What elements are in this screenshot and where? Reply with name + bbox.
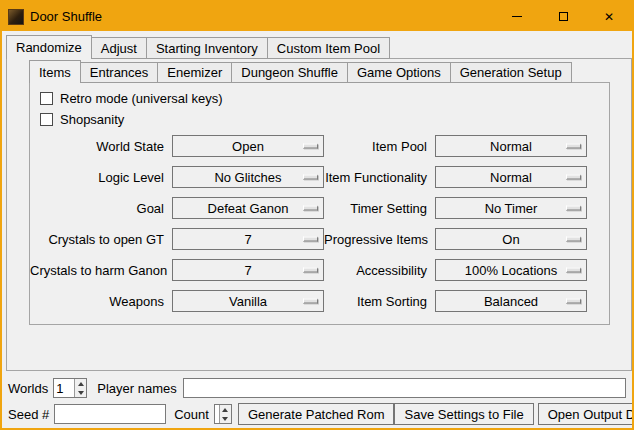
bottom-row-2: Seed # Count Generate Patched Rom Save S…: [8, 403, 626, 425]
worlds-spin-down-button[interactable]: [75, 388, 86, 397]
option-grid: World State Open Item Pool Normal Logic …: [30, 135, 609, 312]
open-output-directory-button[interactable]: Open Output Directory: [538, 403, 634, 425]
app-window: Door Shuffle ✕ Randomize Adjust Starting…: [0, 0, 634, 430]
item-functionality-dropdown[interactable]: Normal: [435, 166, 587, 188]
save-settings-button[interactable]: Save Settings to File: [394, 403, 533, 425]
dropdown-indicator-icon: [303, 237, 318, 242]
timer-setting-dropdown[interactable]: No Timer: [435, 197, 587, 219]
shopsanity-row: Shopsanity: [40, 109, 609, 130]
goal-dropdown[interactable]: Defeat Ganon: [172, 197, 324, 219]
app-icon: [8, 9, 24, 25]
progressive-items-dropdown[interactable]: On: [435, 228, 587, 250]
weapons-dropdown[interactable]: Vanilla: [172, 290, 324, 312]
seed-input[interactable]: [54, 404, 166, 424]
dropdown-value: Balanced: [484, 294, 538, 309]
close-icon: ✕: [604, 11, 614, 23]
count-spinbox: [214, 404, 232, 424]
option-label: Timer Setting: [324, 201, 427, 216]
dropdown-value: Defeat Ganon: [208, 201, 289, 216]
dropdown-indicator-icon: [303, 206, 318, 211]
count-spin-down-button[interactable]: [220, 414, 231, 423]
retro-mode-checkbox[interactable]: [40, 92, 53, 105]
worlds-spinbox: [53, 378, 87, 398]
option-label: Progressive Items: [324, 232, 427, 247]
item-sorting-dropdown[interactable]: Balanced: [435, 290, 587, 312]
tab-game-options[interactable]: Game Options: [347, 62, 451, 83]
maximize-icon: [559, 12, 568, 21]
bottom-row-1: Worlds Player names: [8, 377, 626, 399]
secondary-tab-bar: Items Entrances Enemizer Dungeon Shuffle…: [29, 60, 571, 83]
option-label: Crystals to harm Ganon: [30, 263, 164, 278]
dropdown-indicator-icon: [303, 175, 318, 180]
option-row: Crystals to harm Ganon 7 Accessibility 1…: [30, 259, 609, 281]
worlds-input[interactable]: [54, 379, 74, 397]
dropdown-indicator-icon: [303, 299, 318, 304]
dropdown-indicator-icon: [566, 175, 581, 180]
dropdown-indicator-icon: [303, 268, 318, 273]
dropdown-value: On: [502, 232, 519, 247]
close-button[interactable]: ✕: [586, 2, 632, 31]
arrow-down-icon: [222, 417, 228, 421]
option-label: Item Sorting: [324, 294, 427, 309]
titlebar[interactable]: Door Shuffle ✕: [2, 2, 632, 31]
dropdown-indicator-icon: [303, 144, 318, 149]
option-label: Crystals to open GT: [30, 232, 164, 247]
player-names-label: Player names: [97, 381, 176, 396]
retro-mode-row: Retro mode (universal keys): [40, 88, 609, 109]
window-title: Door Shuffle: [30, 9, 102, 24]
dropdown-value: 100% Locations: [465, 263, 558, 278]
minimize-button[interactable]: [494, 2, 540, 31]
dropdown-value: Normal: [490, 170, 532, 185]
shopsanity-checkbox[interactable]: [40, 113, 53, 126]
dropdown-indicator-icon: [566, 268, 581, 273]
window-controls: ✕: [494, 2, 632, 31]
tab-starting-inventory[interactable]: Starting Inventory: [146, 37, 268, 59]
tab-dungeon-shuffle[interactable]: Dungeon Shuffle: [231, 62, 348, 83]
worlds-label: Worlds: [8, 381, 48, 396]
dropdown-value: Open: [232, 139, 264, 154]
dropdown-indicator-icon: [566, 144, 581, 149]
dropdown-value: Vanilla: [229, 294, 267, 309]
option-label: Logic Level: [30, 170, 164, 185]
maximize-button[interactable]: [540, 2, 586, 31]
option-row: Goal Defeat Ganon Timer Setting No Timer: [30, 197, 609, 219]
dropdown-indicator-icon: [566, 299, 581, 304]
dropdown-value: 7: [244, 263, 251, 278]
tab-entrances[interactable]: Entrances: [80, 62, 159, 83]
crystals-harm-ganon-dropdown[interactable]: 7: [172, 259, 324, 281]
crystals-open-gt-dropdown[interactable]: 7: [172, 228, 324, 250]
generate-patched-rom-button[interactable]: Generate Patched Rom: [238, 403, 395, 425]
primary-tab-bar: Randomize Adjust Starting Inventory Cust…: [6, 35, 389, 59]
count-spin-arrows: [219, 405, 231, 423]
tab-enemizer[interactable]: Enemizer: [157, 62, 232, 83]
worlds-spin-arrows: [74, 379, 86, 397]
item-pool-dropdown[interactable]: Normal: [435, 135, 587, 157]
world-state-dropdown[interactable]: Open: [172, 135, 324, 157]
dropdown-value: Normal: [490, 139, 532, 154]
items-pane: Retro mode (universal keys) Shopsanity W…: [29, 82, 610, 325]
option-row: World State Open Item Pool Normal: [30, 135, 609, 157]
option-label: Item Functionality: [324, 170, 427, 185]
count-spin-up-button[interactable]: [220, 405, 231, 414]
logic-level-dropdown[interactable]: No Glitches: [172, 166, 324, 188]
option-label: World State: [30, 139, 164, 154]
tab-custom-item-pool[interactable]: Custom Item Pool: [267, 37, 390, 59]
tab-items[interactable]: Items: [29, 60, 81, 83]
checkbox-label: Retro mode (universal keys): [60, 91, 223, 106]
seed-label: Seed #: [8, 407, 49, 422]
checkbox-label: Shopsanity: [60, 112, 124, 127]
tab-randomize[interactable]: Randomize: [6, 35, 92, 59]
option-row: Weapons Vanilla Item Sorting Balanced: [30, 290, 609, 312]
arrow-down-icon: [78, 391, 84, 395]
tab-adjust[interactable]: Adjust: [91, 37, 147, 59]
dropdown-value: No Glitches: [214, 170, 281, 185]
player-names-input[interactable]: [183, 378, 626, 398]
option-row: Logic Level No Glitches Item Functionali…: [30, 166, 609, 188]
accessibility-dropdown[interactable]: 100% Locations: [435, 259, 587, 281]
dropdown-indicator-icon: [566, 237, 581, 242]
worlds-spin-up-button[interactable]: [75, 379, 86, 388]
option-label: Item Pool: [324, 139, 427, 154]
tab-generation-setup[interactable]: Generation Setup: [450, 62, 572, 83]
option-label: Accessibility: [324, 263, 427, 278]
dropdown-value: 7: [244, 232, 251, 247]
